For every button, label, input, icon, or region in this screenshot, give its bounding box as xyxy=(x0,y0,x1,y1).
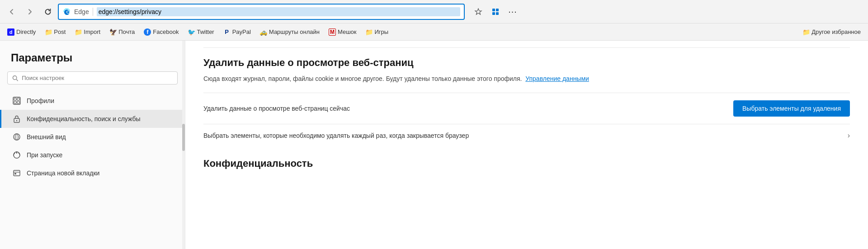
forward-button[interactable] xyxy=(22,4,38,20)
bookmark-twitter[interactable]: 🐦 Twitter xyxy=(184,27,217,38)
sidebar-item-profiles-label: Профили xyxy=(27,97,54,104)
twitter-icon: 🐦 xyxy=(188,28,195,36)
import-folder-icon: 📁 xyxy=(75,28,82,36)
svg-rect-6 xyxy=(14,98,16,100)
search-box[interactable] xyxy=(7,71,178,85)
appearance-icon xyxy=(12,132,21,141)
bookmark-meshok[interactable]: М Мешок xyxy=(325,27,360,38)
svg-rect-7 xyxy=(17,98,19,100)
svg-rect-3 xyxy=(496,12,499,15)
pochta-icon: 🦅 xyxy=(109,28,117,36)
main-panel: Удалить данные о просмотре веб-страниц С… xyxy=(185,41,868,249)
other-folder-icon: 📁 xyxy=(802,28,810,36)
svg-rect-2 xyxy=(492,12,495,15)
sidebar-item-privacy-label: Конфиденциальность, поиск и службы xyxy=(27,115,141,122)
address-bar[interactable]: Edge xyxy=(58,4,465,20)
marshruty-icon: 🚕 xyxy=(260,28,267,36)
bookmark-other[interactable]: 📁 Другое избранное xyxy=(799,27,864,38)
sidebar: Параметры Профили Конфиденциальность, по… xyxy=(0,41,185,249)
back-button[interactable] xyxy=(4,4,20,20)
svg-rect-9 xyxy=(17,101,19,103)
scrollbar-track xyxy=(182,41,185,249)
svg-rect-1 xyxy=(496,9,499,11)
bookmark-igry[interactable]: 📁 Игры xyxy=(362,27,392,38)
bookmark-facebook[interactable]: f Facebook xyxy=(140,27,182,38)
bookmarks-bar: d Directly 📁 Post 📁 Import 🦅 Почта f Fac… xyxy=(0,23,868,41)
directly-icon: d xyxy=(7,28,14,36)
bookmark-directly[interactable]: d Directly xyxy=(4,27,39,38)
manage-data-link[interactable]: Управление данными xyxy=(525,75,589,82)
sidebar-item-appearance[interactable]: Внешний вид xyxy=(0,128,185,146)
section-privacy-title: Конфиденциальность xyxy=(203,158,850,169)
sidebar-item-appearance-label: Внешний вид xyxy=(27,133,66,141)
section-clear-browsing-desc: Сюда входят журнал, пароли, файлы cookie… xyxy=(203,74,850,84)
sidebar-item-startup-label: При запуске xyxy=(27,151,62,159)
more-icon: ··· xyxy=(508,6,517,17)
newtab-icon xyxy=(12,169,21,178)
refresh-button[interactable] xyxy=(40,4,56,20)
bookmark-pochta[interactable]: 🦅 Почта xyxy=(106,27,138,38)
bookmark-post-label: Post xyxy=(54,28,66,35)
more-button[interactable]: ··· xyxy=(505,4,521,20)
bookmark-import-label: Import xyxy=(84,28,100,35)
facebook-icon: f xyxy=(144,28,151,36)
bookmark-marshruty[interactable]: 🚕 Маршруты онлайн xyxy=(256,27,323,38)
sidebar-title: Параметры xyxy=(0,52,185,71)
bookmark-igry-label: Игры xyxy=(375,28,389,35)
sidebar-item-profiles[interactable]: Профили xyxy=(0,92,185,110)
sidebar-item-newtab[interactable]: Страница новой вкладки xyxy=(0,164,185,182)
profiles-icon xyxy=(12,96,21,105)
bookmark-facebook-label: Facebook xyxy=(153,28,179,35)
igry-folder-icon: 📁 xyxy=(366,28,373,36)
meshok-icon: М xyxy=(329,28,336,36)
edge-browser-icon xyxy=(62,8,71,16)
choose-items-on-close-row[interactable]: Выбрать элементы, которые необходимо уда… xyxy=(203,124,850,147)
scroll-top-partial xyxy=(203,41,850,48)
address-input[interactable] xyxy=(97,7,460,16)
bookmark-import[interactable]: 📁 Import xyxy=(71,27,104,38)
nav-right-buttons: ··· xyxy=(470,4,521,20)
svg-rect-8 xyxy=(14,101,16,103)
svg-point-11 xyxy=(16,120,17,121)
section-clear-browsing-title: Удалить данные о просмотре веб-страниц xyxy=(203,57,850,69)
search-input[interactable] xyxy=(22,75,173,81)
sidebar-item-privacy[interactable]: Конфиденциальность, поиск и службы xyxy=(0,110,185,128)
bookmark-twitter-label: Twitter xyxy=(197,28,214,35)
address-divider xyxy=(93,8,93,16)
bookmark-directly-label: Directly xyxy=(16,28,36,35)
bookmark-other-label: Другое избранное xyxy=(811,28,861,35)
post-folder-icon: 📁 xyxy=(45,28,52,36)
svg-rect-17 xyxy=(14,173,16,174)
bookmark-post[interactable]: 📁 Post xyxy=(41,27,69,38)
svg-rect-15 xyxy=(14,170,20,176)
collections-button[interactable] xyxy=(487,4,504,20)
bookmark-paypal-label: PayPal xyxy=(232,28,251,35)
bookmark-paypal[interactable]: P PayPal xyxy=(220,27,255,38)
chevron-right-icon: › xyxy=(848,132,850,140)
svg-rect-0 xyxy=(492,9,495,11)
bookmark-meshok-label: Мешок xyxy=(338,28,357,35)
clear-now-row: Удалить данные о просмотре веб-страниц с… xyxy=(203,93,850,124)
startup-icon xyxy=(12,150,21,160)
favorites-button[interactable] xyxy=(470,4,486,20)
choose-on-close-label: Выбрать элементы, которые необходимо уда… xyxy=(203,132,469,139)
clear-now-label: Удалить данные о просмотре веб-страниц с… xyxy=(203,105,350,112)
sidebar-item-newtab-label: Страница новой вкладки xyxy=(27,169,99,177)
sidebar-item-startup[interactable]: При запуске xyxy=(0,146,185,164)
search-icon xyxy=(12,75,18,81)
privacy-icon xyxy=(12,114,21,123)
choose-items-button[interactable]: Выбрать элементы для удаления xyxy=(733,100,850,117)
browser-name-label: Edge xyxy=(74,8,89,15)
svg-point-4 xyxy=(13,75,16,79)
content-area: Параметры Профили Конфиденциальность, по… xyxy=(0,41,868,249)
paypal-icon: P xyxy=(223,28,231,36)
bookmark-pochta-label: Почта xyxy=(118,28,135,35)
bookmark-marshruty-label: Маршруты онлайн xyxy=(269,28,320,35)
navbar: Edge ··· xyxy=(0,0,868,23)
scrollbar-thumb[interactable] xyxy=(182,124,185,151)
